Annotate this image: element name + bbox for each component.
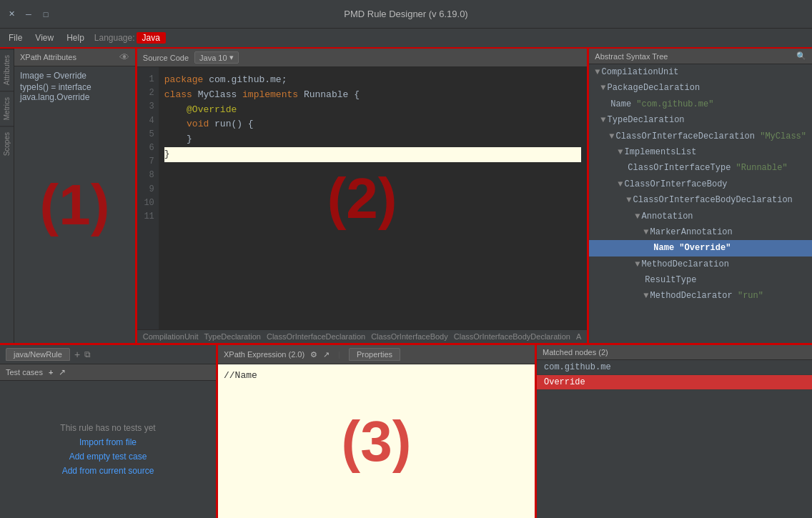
top-section: Attributes Metrics Scopes XPath Attribut… bbox=[0, 49, 812, 345]
tree-typedeclaration[interactable]: ▼TypeDeclaration bbox=[589, 112, 812, 128]
test-cases-content: This rule has no tests yet Import from f… bbox=[0, 381, 216, 518]
test-cases-header: Test cases + ↗ bbox=[0, 364, 216, 381]
app-title: PMD Rule Designer (v 6.19.0) bbox=[344, 9, 467, 19]
add-from-source-link[interactable]: Add from current source bbox=[62, 466, 154, 476]
tree-compilationunit[interactable]: ▼CompilationUnit bbox=[589, 64, 812, 80]
tree-methoddeclaration[interactable]: ▼MethodDeclaration bbox=[589, 256, 812, 272]
tree-classinterfacetype[interactable]: ClassOrInterfaceType "Runnable" bbox=[589, 160, 812, 176]
breadcrumb-classinterface[interactable]: ClassOrInterfaceDeclaration bbox=[267, 332, 365, 341]
eye-icon[interactable]: 👁 bbox=[119, 51, 129, 63]
source-breadcrumb: CompilationUnit TypeDeclaration ClassOrI… bbox=[137, 329, 588, 343]
tree-markerannotation[interactable]: ▼MarkerAnnotation bbox=[589, 224, 812, 240]
breadcrumb-typedeclaration[interactable]: TypeDeclaration bbox=[204, 332, 261, 341]
panel-attributes-body: Image = Override typeIs() = interface ja… bbox=[14, 66, 135, 343]
minimize-button[interactable]: ─ bbox=[23, 9, 34, 20]
properties-tab[interactable]: Properties bbox=[349, 348, 400, 361]
code-line-11: } bbox=[164, 147, 582, 162]
version-selector[interactable]: Java 10 ▾ bbox=[194, 51, 239, 64]
export-test-icon[interactable]: ↗ bbox=[59, 367, 66, 377]
language-badge[interactable]: Java bbox=[137, 32, 166, 44]
panel-attributes-header: XPath Attributes 👁 bbox=[14, 49, 135, 66]
tree-name-package[interactable]: Name "com.github.me" bbox=[589, 96, 812, 112]
tree-name-override[interactable]: Name "Override" bbox=[589, 240, 812, 256]
no-tests-message: This rule has no tests yet bbox=[60, 423, 155, 433]
tree-packagedeclaration[interactable]: ▼PackageDeclaration bbox=[589, 80, 812, 96]
window-controls[interactable]: ✕ ─ □ bbox=[6, 9, 51, 20]
source-code-area[interactable]: 12345 67891011 package com.github.me; cl… bbox=[137, 67, 588, 329]
tree-name-override-text: Name "Override" bbox=[653, 243, 731, 253]
xpath-export-icon[interactable]: ↗ bbox=[323, 350, 330, 359]
matched-item-0[interactable]: com.github.me bbox=[537, 360, 812, 375]
tree-classinterfacebody[interactable]: ▼ClassOrInterfaceBody bbox=[589, 176, 812, 192]
code-line-7: void run() { bbox=[164, 117, 582, 132]
add-test-icon[interactable]: + bbox=[49, 368, 53, 377]
tab-metrics[interactable]: Metrics bbox=[0, 91, 14, 126]
tab-scopes[interactable]: Scopes bbox=[0, 126, 14, 161]
source-code-title: Source Code bbox=[143, 54, 189, 62]
panel-attributes-title: XPath Attributes bbox=[20, 53, 76, 61]
bottom-right-panel: Matched nodes (2) com.github.me Override bbox=[537, 345, 812, 518]
close-button[interactable]: ✕ bbox=[6, 9, 17, 20]
xpath-settings-icon[interactable]: ⚙ bbox=[310, 350, 317, 359]
add-tab-icon[interactable]: + bbox=[74, 349, 80, 360]
tree-annotation[interactable]: ▼Annotation bbox=[589, 209, 812, 224]
bottom-middle-panel: XPath Expression (2.0) ⚙ ↗ | Properties … bbox=[218, 345, 537, 518]
matched-nodes-title: Matched nodes (2) bbox=[543, 348, 608, 357]
title-bar: ✕ ─ □ PMD Rule Designer (v 6.19.0) bbox=[0, 0, 812, 29]
line-numbers: 12345 67891011 bbox=[137, 67, 159, 329]
menu-view[interactable]: View bbox=[29, 31, 59, 44]
bottom-section: java/NewRule + ⧉ Test cases + ↗ This rul… bbox=[0, 345, 812, 518]
matched-nodes-header: Matched nodes (2) bbox=[537, 345, 812, 360]
menu-help[interactable]: Help bbox=[61, 31, 90, 44]
code-line-6: @Override bbox=[164, 103, 582, 118]
xpath-title: XPath Expression (2.0) bbox=[224, 350, 304, 359]
panel-source-header: Source Code Java 10 ▾ bbox=[137, 49, 588, 67]
version-label: Java 10 bbox=[199, 54, 227, 62]
tree-implementslist[interactable]: ▼ImplementsList bbox=[589, 144, 812, 160]
menu-bar: File View Help Language: Java bbox=[0, 29, 812, 49]
tree-resulttype[interactable]: ResultType bbox=[589, 272, 812, 288]
chevron-down-icon: ▾ bbox=[229, 53, 234, 62]
tree-bodydecl[interactable]: ▼ClassOrInterfaceBodyDeclaration bbox=[589, 192, 812, 208]
code-line-4: class MyClass implements Runnable { bbox=[164, 88, 582, 103]
test-cases-title: Test cases bbox=[6, 368, 43, 377]
code-line-2: package com.github.me; bbox=[164, 73, 582, 88]
matched-item-1[interactable]: Override bbox=[537, 375, 812, 390]
add-empty-test-link[interactable]: Add empty test case bbox=[69, 452, 147, 462]
language-label: Language: bbox=[94, 33, 135, 43]
panel-ast: Abstract Syntax Tree 🔍 ▼CompilationUnit … bbox=[589, 49, 812, 343]
xpath-header: XPath Expression (2.0) ⚙ ↗ | Properties bbox=[218, 345, 535, 364]
panel-attributes: XPath Attributes 👁 Image = Override type… bbox=[14, 49, 137, 343]
attr-image: Image = Override bbox=[20, 71, 129, 81]
left-sidebar-tabs: Attributes Metrics Scopes bbox=[0, 49, 14, 343]
breadcrumb-bodydecl[interactable]: ClassOrInterfaceBodyDeclaration bbox=[454, 332, 570, 341]
main-layout: Attributes Metrics Scopes XPath Attribut… bbox=[0, 49, 812, 518]
tab-attributes[interactable]: Attributes bbox=[0, 49, 14, 91]
panel-ast-header: Abstract Syntax Tree 🔍 bbox=[589, 49, 812, 64]
menu-file[interactable]: File bbox=[3, 31, 28, 44]
bottom-left-panel: java/NewRule + ⧉ Test cases + ↗ This rul… bbox=[0, 345, 218, 518]
ast-search-icon[interactable]: 🔍 bbox=[796, 51, 806, 61]
code-line-9: } bbox=[164, 132, 582, 147]
xpath-expression-editor[interactable]: //Name bbox=[218, 364, 535, 518]
copy-tab-icon[interactable]: ⧉ bbox=[84, 349, 91, 359]
xpath-body: //Name (3) bbox=[218, 364, 535, 518]
code-editor[interactable]: package com.github.me; class MyClass imp… bbox=[159, 67, 588, 329]
rule-tabs-bar: java/NewRule + ⧉ bbox=[0, 345, 216, 364]
tree-classinterface[interactable]: ▼ClassOrInterfaceDeclaration "MyClass" bbox=[589, 129, 812, 144]
matched-nodes-content: com.github.me Override bbox=[537, 360, 812, 518]
rule-tab-java-newrule[interactable]: java/NewRule bbox=[6, 348, 70, 361]
attr-typeis: typeIs() = interface java.lang.Override bbox=[20, 82, 129, 102]
ast-title: Abstract Syntax Tree bbox=[595, 52, 668, 61]
breadcrumb-a[interactable]: A bbox=[576, 332, 581, 341]
breadcrumb-body[interactable]: ClassOrInterfaceBody bbox=[371, 332, 448, 341]
breadcrumb-compilationunit[interactable]: CompilationUnit bbox=[143, 332, 199, 341]
test-cases-panel: Test cases + ↗ This rule has no tests ye… bbox=[0, 364, 216, 518]
maximize-button[interactable]: □ bbox=[40, 9, 51, 20]
panel-source: Source Code Java 10 ▾ 12345 67891011 pac… bbox=[137, 49, 590, 343]
tree-methoddeclarator[interactable]: ▼MethodDeclarator "run" bbox=[589, 288, 812, 304]
import-from-file-link[interactable]: Import from file bbox=[79, 437, 137, 447]
ast-tree[interactable]: ▼CompilationUnit ▼PackageDeclaration Nam… bbox=[589, 64, 812, 343]
panel1-label: (1) bbox=[40, 172, 110, 238]
panel-attributes-content: Image = Override typeIs() = interface ja… bbox=[14, 66, 135, 108]
